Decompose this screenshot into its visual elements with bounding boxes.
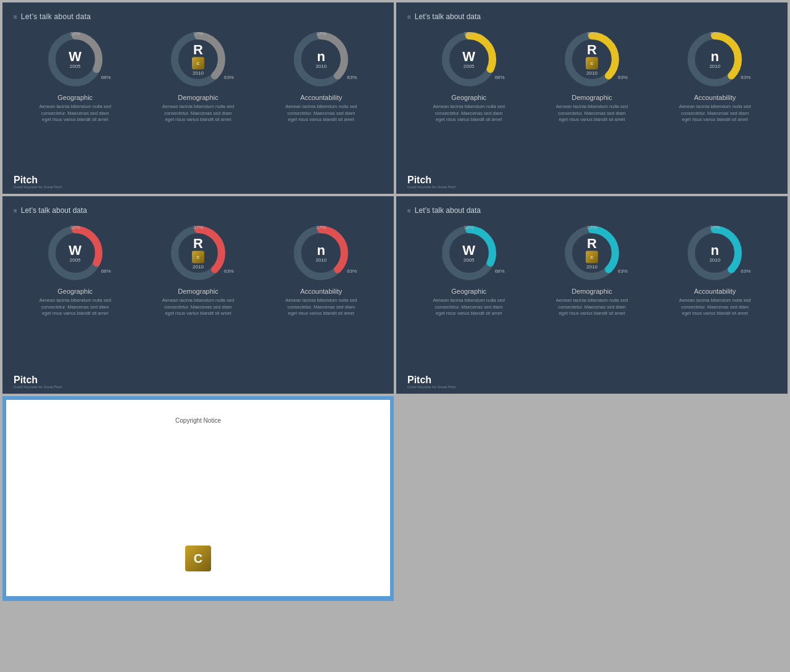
letter-w-3: W bbox=[69, 244, 81, 257]
slide-4: ≡ Let’s talk about data W 2005 bbox=[396, 196, 788, 394]
app-container: ≡ Let’s talk about data W 2005 bbox=[0, 0, 790, 672]
donut-4-2-center: R C 2010 bbox=[586, 237, 598, 270]
chart-desc-2-3: Aenean lacinia bibendum nulla sed consec… bbox=[678, 104, 752, 123]
slide-2-footer: Pitch Good Keynote for Great Pitch bbox=[407, 175, 456, 189]
bottom-row: Copyright Notice C bbox=[0, 394, 790, 604]
letter-n-3: n bbox=[315, 244, 326, 257]
slide-2-title: Let’s talk about data bbox=[415, 12, 481, 21]
chart-label-2-1: Geographic bbox=[451, 94, 486, 101]
pitch-label-4: Pitch bbox=[407, 375, 456, 385]
chart-3-demo: R C 2010 37% 63% Demographic Aenean laci… bbox=[136, 223, 259, 317]
donut-4-1: W 2005 32% 68% bbox=[439, 223, 499, 283]
chart-2-acct: n 2010 37% 63% Accountability Aenean lac… bbox=[654, 30, 776, 123]
donut-2-2-center: R C 2010 bbox=[586, 43, 598, 76]
letter-r-3: R bbox=[192, 237, 204, 251]
chart-desc-3-3: Aenean lacinia bibendum nulla sed consec… bbox=[284, 297, 358, 317]
letter-w-2: W bbox=[462, 50, 475, 64]
chart-desc-4-3: Aenean lacinia bibendum nulla sed consec… bbox=[678, 297, 752, 317]
chart-desc-4-1: Aenean lacinia bibendum nulla sed consec… bbox=[432, 297, 506, 317]
menu-icon-3: ≡ bbox=[14, 207, 17, 214]
year-2005-4: 2005 bbox=[462, 257, 475, 263]
year-2005-2: 2005 bbox=[462, 64, 475, 69]
chart-desc-3-1: Aenean lacinia bibendum nulla sed consec… bbox=[38, 297, 112, 317]
pct-top-2-1: 32% bbox=[464, 31, 474, 36]
slides-mid-row: ≡ Let’s talk about data W 2005 bbox=[0, 194, 790, 394]
badge-3: C bbox=[192, 251, 204, 263]
chart-desc-2: Aenean lacinia bibendum nulla sed consec… bbox=[161, 104, 235, 123]
slide-4-charts: W 2005 32% 68% Geographic Aenean lacinia… bbox=[407, 223, 776, 317]
donut-4-3-center: n 2010 bbox=[709, 244, 720, 263]
chart-label-4-1: Geographic bbox=[451, 288, 486, 295]
pct-top-2-3: 37% bbox=[710, 31, 720, 36]
slide-3-charts: W 2005 32% 68% Geographic Aenean lacinia… bbox=[14, 223, 383, 317]
letter-r-2: R bbox=[586, 43, 598, 57]
pct-right-2-3: 63% bbox=[741, 75, 750, 80]
slide-1: ≡ Let’s talk about data W 2005 bbox=[2, 2, 394, 194]
chart-3-acct: n 2010 37% 63% Accountability Aenean lac… bbox=[260, 223, 383, 317]
chart-desc-2-2: Aenean lacinia bibendum nulla sed consec… bbox=[555, 104, 629, 123]
slide-3-header: ≡ Let’s talk about data bbox=[14, 206, 383, 215]
slide-3-footer: Pitch Good Keynote for Great Pitch bbox=[14, 375, 62, 389]
pct-top-3-1: 32% bbox=[70, 225, 80, 230]
donut-1: W 2005 32% 68% bbox=[46, 30, 105, 89]
pct-right-3-2: 63% bbox=[224, 268, 234, 274]
donut-2-1: W 2005 32% 68% bbox=[439, 30, 499, 89]
pct-top-1: 32% bbox=[70, 31, 80, 36]
donut-4-1-center: W 2005 bbox=[462, 244, 475, 263]
donut-3-center: n 2010 bbox=[315, 50, 326, 69]
year-2010-n-2: 2010 bbox=[709, 64, 720, 69]
pct-right-4-1: 68% bbox=[495, 268, 505, 274]
chart-1-demo: R C 2010 37% 63% Demographic Aenean laci… bbox=[136, 30, 259, 123]
pct-top-3-2: 37% bbox=[193, 225, 203, 230]
pitch-sub-2: Good Keynote for Great Pitch bbox=[407, 185, 456, 189]
donut-3-3: n 2010 37% 63% bbox=[291, 223, 351, 283]
chart-label-3-3: Accountability bbox=[300, 288, 342, 295]
donut-2-1-center: W 2005 bbox=[462, 50, 475, 69]
donut-3: n 2010 37% 63% bbox=[291, 30, 351, 89]
pct-right-2-1: 68% bbox=[495, 75, 505, 80]
donut-3-1-center: W 2005 bbox=[69, 244, 81, 263]
copyright-text: Copyright Notice bbox=[175, 415, 221, 424]
slide-4-title: Let’s talk about data bbox=[415, 206, 481, 215]
letter-n-2: n bbox=[709, 50, 720, 64]
pct-top-4-1: 32% bbox=[464, 225, 474, 230]
donut-3-3-center: n 2010 bbox=[315, 244, 326, 263]
year-2005-3: 2005 bbox=[69, 257, 81, 263]
year-2010-n: 2010 bbox=[315, 64, 326, 69]
badge-1: C bbox=[192, 57, 204, 70]
donut-3-2-center: R C 2010 bbox=[192, 237, 204, 270]
chart-1-acct: n 2010 37% 63% Accountability Aenean lac… bbox=[260, 30, 383, 123]
year-2010-n-4: 2010 bbox=[709, 257, 720, 263]
pitch-label-2: Pitch bbox=[407, 175, 456, 185]
slide-3-title: Let’s talk about data bbox=[21, 206, 87, 215]
chart-desc-1: Aenean lacinia bibendum nulla sed consec… bbox=[38, 104, 112, 123]
chart-3-geo: W 2005 32% 68% Geographic Aenean lacinia… bbox=[14, 223, 136, 317]
pitch-sub-3: Good Keynote for Great Pitch bbox=[14, 385, 62, 389]
chart-desc-4-2: Aenean lacinia bibendum nulla sed consec… bbox=[555, 297, 629, 317]
chart-4-acct: n 2010 37% 63% Accountability Aenean lac… bbox=[654, 223, 776, 317]
slide-4-header: ≡ Let’s talk about data bbox=[407, 206, 776, 215]
chart-label-1: Geographic bbox=[57, 94, 93, 101]
copyright-slide: Copyright Notice C bbox=[6, 400, 390, 596]
letter-n-4: n bbox=[709, 244, 720, 257]
year-2010-r-2: 2010 bbox=[586, 70, 598, 76]
slides-top-row: ≡ Let’s talk about data W 2005 bbox=[0, 0, 790, 194]
pct-top-3-3: 37% bbox=[316, 225, 326, 230]
pitch-sub-1: Good Keynote for Great Pitch bbox=[14, 185, 62, 189]
letter-n: n bbox=[315, 50, 326, 64]
chart-label-2-3: Accountability bbox=[694, 94, 736, 101]
badge-2: C bbox=[586, 57, 598, 70]
pitch-label-1: Pitch bbox=[14, 175, 62, 185]
pct-right-1: 68% bbox=[101, 75, 111, 80]
donut-3-2: R C 2010 37% 63% bbox=[168, 223, 228, 283]
copyright-slide-container: Copyright Notice C bbox=[2, 396, 394, 601]
pct-top-4-3: 37% bbox=[710, 225, 720, 230]
chart-desc-2-1: Aenean lacinia bibendum nulla sed consec… bbox=[432, 104, 506, 123]
slide-1-title: Let’s talk about data bbox=[21, 12, 91, 21]
chart-label-4-3: Accountability bbox=[694, 288, 736, 295]
chart-4-demo: R C 2010 37% 63% Demographic Aenean laci… bbox=[530, 223, 653, 317]
year-2010-r: 2010 bbox=[192, 70, 204, 76]
letter-w: W bbox=[69, 50, 81, 64]
pct-right-2: 63% bbox=[224, 75, 234, 80]
donut-2-2: R C 2010 37% 63% bbox=[562, 30, 622, 89]
